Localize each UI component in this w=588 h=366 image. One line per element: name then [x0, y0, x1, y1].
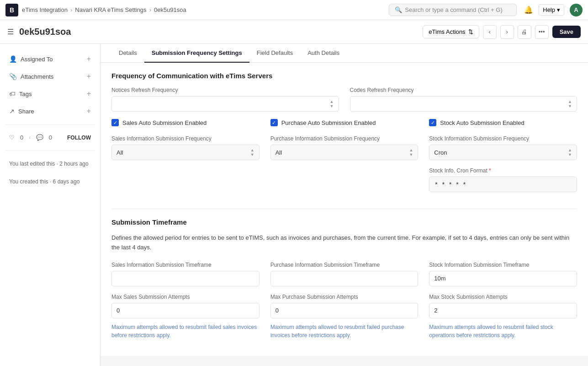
prev-arrow-button[interactable]: ‹	[483, 25, 497, 39]
purchase-freq-select[interactable]: All ▲ ▼	[270, 145, 418, 160]
print-button[interactable]: 🖨	[518, 25, 531, 39]
sales-freq-group: Sales Information Submission Frequency A…	[111, 135, 260, 160]
page-title: 0ek5u91soa	[19, 27, 417, 37]
purchase-freq-arrows[interactable]: ▲ ▼	[409, 148, 413, 157]
timeframe-section: Submission Timeframe Defines the allowed…	[101, 209, 588, 356]
tab-details[interactable]: Details	[111, 44, 144, 63]
sidebar-item-tags[interactable]: 🏷 Tags +	[5, 86, 95, 102]
codes-refresh-group: Codes Refresh Frequency ▲ ▼	[350, 87, 577, 112]
search-bar[interactable]: 🔍 Search or type a command (Ctrl + G)	[389, 4, 517, 16]
purchase-freq-label: Purchase Information Submission Frequenc…	[270, 135, 418, 142]
help-label: Help	[543, 6, 555, 13]
sales-freq-select[interactable]: All ▲ ▼	[111, 145, 260, 160]
topbar: B eTims Integration › Navari KRA eTims S…	[0, 0, 588, 20]
notices-refresh-input[interactable]: ▲ ▼	[111, 96, 339, 112]
purchase-timeframe-group: Purchase Information Submission Timefram…	[270, 262, 418, 286]
max-sales-input[interactable]: 0	[111, 303, 260, 318]
stock-cron-label: Stock Info. Cron Format *	[429, 167, 577, 174]
hamburger-icon[interactable]: ☰	[7, 27, 14, 36]
notices-refresh-label: Notices Refresh Frequency	[111, 87, 339, 93]
timeframe-description: Defines the allowed period for entries t…	[111, 233, 577, 253]
cron-format-row: Stock Info. Cron Format * * * * * *	[111, 167, 577, 192]
stock-freq-value: Cron	[434, 149, 447, 156]
stock-freq-arrows[interactable]: ▲ ▼	[568, 148, 572, 157]
max-stock-value: 2	[434, 307, 437, 314]
follow-button[interactable]: FOLLOW	[67, 135, 91, 141]
tab-field-defaults[interactable]: Field Defaults	[249, 44, 300, 63]
like-count: 0	[20, 134, 23, 141]
max-sales-label: Max Sales Submission Attempts	[111, 294, 260, 300]
stock-cron-input[interactable]: * * * * *	[429, 177, 577, 192]
stock-freq-select[interactable]: Cron ▲ ▼	[429, 145, 577, 160]
sidebar: 👤 Assigned To + 📎 Attachments + 🏷 Tags +…	[0, 44, 101, 366]
bell-icon[interactable]: 🔔	[524, 5, 533, 14]
tab-submission-frequency[interactable]: Submission Frequency Settings	[144, 44, 249, 63]
notices-spin-arrows[interactable]: ▲ ▼	[330, 99, 334, 108]
stock-freq-label: Stock Information Submission Frequency	[429, 135, 577, 142]
max-sales-help: Maximum attempts allowed to resubmit fai…	[111, 323, 260, 339]
share-icon: ↗	[9, 108, 15, 115]
sidebar-item-assigned-to[interactable]: 👤 Assigned To +	[5, 51, 95, 67]
etims-actions-button[interactable]: eTims Actions ⇅	[423, 25, 479, 38]
stock-timeframe-value: 10m	[434, 275, 445, 282]
max-stock-input[interactable]: 2	[429, 303, 577, 318]
spacer-2	[270, 167, 418, 192]
purchase-auto-submission-checkbox[interactable]: ✓	[270, 119, 278, 126]
assigned-to-label: Assigned To	[21, 56, 53, 63]
breadcrumb-navari[interactable]: Navari KRA eTims Settings	[75, 6, 146, 13]
tags-add-icon[interactable]: +	[87, 90, 91, 98]
save-button[interactable]: Save	[552, 26, 581, 38]
purchase-auto-submission-checkbox-item: ✓ Purchase Auto Submission Enabled	[270, 119, 418, 126]
check-icon: ✓	[113, 120, 117, 126]
sales-auto-submission-checkbox[interactable]: ✓	[111, 119, 119, 126]
max-sales-value: 0	[117, 307, 120, 314]
dot-sep: ·	[29, 134, 31, 141]
stock-timeframe-group: Stock Information Submission Timeframe 1…	[429, 262, 577, 286]
tab-auth-details[interactable]: Auth Details	[300, 44, 347, 63]
refresh-frequency-row: Notices Refresh Frequency ▲ ▼ Codes Refr…	[111, 87, 577, 112]
page-header: ☰ 0ek5u91soa eTims Actions ⇅ ‹ › 🖨 ••• S…	[0, 20, 588, 44]
stock-timeframe-input[interactable]: 10m	[429, 271, 577, 286]
notices-refresh-group: Notices Refresh Frequency ▲ ▼	[111, 87, 339, 112]
sidebar-item-share[interactable]: ↗ Share +	[5, 103, 95, 119]
stock-freq-group: Stock Information Submission Frequency C…	[429, 135, 577, 160]
tabs-bar: Details Submission Frequency Settings Fi…	[101, 44, 588, 63]
sidebar-item-attachments[interactable]: 📎 Attachments +	[5, 69, 95, 84]
purchase-auto-submission-label: Purchase Auto Submission Enabled	[281, 119, 376, 126]
purchase-timeframe-input[interactable]	[270, 271, 418, 286]
max-purchase-group: Max Purchase Submission Attempts 0 Maxim…	[270, 294, 418, 339]
timeframe-section-title: Submission Timeframe	[111, 218, 577, 226]
next-arrow-button[interactable]: ›	[500, 25, 514, 39]
check-icon: ✓	[431, 120, 435, 126]
assigned-to-add-icon[interactable]: +	[87, 55, 91, 63]
help-button[interactable]: Help ▾	[539, 4, 564, 16]
codes-refresh-label: Codes Refresh Frequency	[350, 87, 577, 93]
purchase-freq-value: All	[275, 149, 282, 156]
sales-freq-label: Sales Information Submission Frequency	[111, 135, 260, 142]
like-icon: ♡	[9, 134, 15, 141]
sales-freq-value: All	[117, 149, 123, 156]
sales-timeframe-label: Sales Information Submission Timeframe	[111, 262, 260, 268]
breadcrumb-etims[interactable]: eTims Integration	[22, 6, 68, 13]
sales-timeframe-input[interactable]	[111, 271, 260, 286]
spacer-1	[111, 167, 260, 192]
max-stock-group: Max Stock Submission Attempts 2 Maximum …	[429, 294, 577, 339]
last-edited-meta: You last edited this · 2 hours ago	[5, 156, 95, 172]
stock-auto-submission-checkbox[interactable]: ✓	[429, 119, 436, 126]
attachments-add-icon[interactable]: +	[87, 72, 91, 81]
sales-freq-arrows[interactable]: ▲ ▼	[250, 148, 254, 157]
breadcrumb-current: 0ek5u91soa	[154, 6, 186, 13]
stock-cron-group: Stock Info. Cron Format * * * * * *	[429, 167, 577, 192]
share-add-icon[interactable]: +	[87, 107, 91, 115]
more-button[interactable]: •••	[535, 25, 549, 39]
stock-auto-submission-checkbox-item: ✓ Stock Auto Submission Enabled	[429, 119, 577, 126]
comment-count: 0	[49, 134, 52, 141]
avatar[interactable]: A	[570, 4, 583, 16]
purchase-freq-group: Purchase Information Submission Frequenc…	[270, 135, 418, 160]
search-icon: 🔍	[395, 6, 402, 13]
codes-spin-arrows[interactable]: ▲ ▼	[568, 99, 572, 108]
sales-timeframe-group: Sales Information Submission Timeframe	[111, 262, 260, 286]
codes-refresh-input[interactable]: ▲ ▼	[350, 96, 577, 112]
tags-icon: 🏷	[9, 90, 16, 97]
max-purchase-input[interactable]: 0	[270, 303, 418, 318]
